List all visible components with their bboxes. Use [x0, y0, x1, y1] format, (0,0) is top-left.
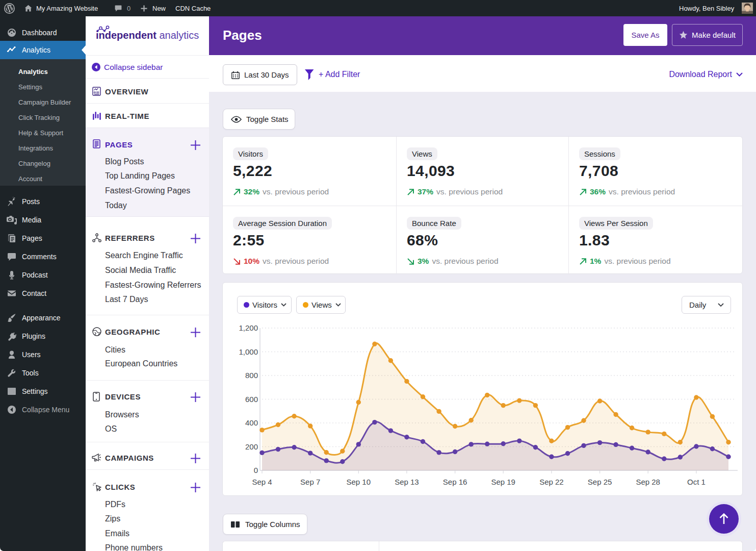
svg-text:800: 800: [245, 371, 258, 380]
svg-text:Sep 28: Sep 28: [636, 478, 660, 486]
svg-text:Sep 10: Sep 10: [347, 478, 371, 486]
svg-text:Sep 25: Sep 25: [588, 478, 612, 486]
svg-text:400: 400: [245, 418, 258, 427]
svg-text:Oct 1: Oct 1: [687, 478, 706, 486]
svg-text:Sep 4: Sep 4: [252, 478, 272, 486]
svg-text:Sep 19: Sep 19: [491, 478, 515, 486]
svg-text:Sep 22: Sep 22: [539, 478, 564, 486]
svg-text:Sep 7: Sep 7: [300, 478, 320, 486]
svg-text:600: 600: [245, 395, 258, 404]
svg-text:200: 200: [245, 442, 258, 451]
svg-text:0: 0: [254, 466, 258, 474]
svg-text:1,200: 1,200: [239, 323, 258, 332]
svg-text:Sep 16: Sep 16: [443, 478, 467, 486]
svg-text:Sep 13: Sep 13: [395, 478, 419, 486]
svg-text:1,000: 1,000: [239, 347, 258, 356]
